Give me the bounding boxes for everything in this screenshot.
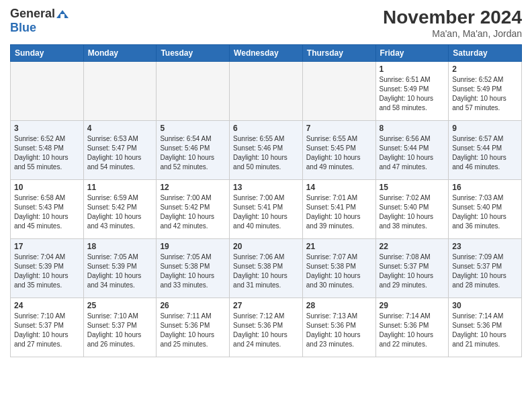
- calendar-day-cell: 4Sunrise: 6:53 AMSunset: 5:47 PMDaylight…: [83, 121, 157, 180]
- calendar-day-cell: 15Sunrise: 7:02 AMSunset: 5:40 PMDayligh…: [375, 180, 449, 239]
- svg-marker-0: [56, 10, 69, 18]
- day-info: Sunrise: 7:02 AMSunset: 5:40 PMDaylight:…: [380, 193, 445, 231]
- calendar-day-cell: 9Sunrise: 6:57 AMSunset: 5:44 PMDaylight…: [449, 121, 522, 180]
- calendar-day-cell: 5Sunrise: 6:54 AMSunset: 5:46 PMDaylight…: [157, 121, 230, 180]
- header-sunday: Sunday: [11, 45, 84, 62]
- day-number: 18: [87, 242, 153, 251]
- calendar-week-row: 17Sunrise: 7:04 AMSunset: 5:39 PMDayligh…: [11, 239, 522, 298]
- header-friday: Friday: [375, 45, 449, 62]
- calendar-day-cell: 18Sunrise: 7:05 AMSunset: 5:39 PMDayligh…: [83, 239, 157, 298]
- day-number: 14: [306, 183, 372, 192]
- calendar-day-cell: 13Sunrise: 7:00 AMSunset: 5:41 PMDayligh…: [230, 180, 303, 239]
- logo-icon: [55, 9, 70, 19]
- day-info: Sunrise: 7:06 AMSunset: 5:38 PMDaylight:…: [233, 253, 299, 290]
- day-number: 16: [452, 183, 518, 192]
- day-info: Sunrise: 6:57 AMSunset: 5:44 PMDaylight:…: [452, 134, 518, 172]
- title-area: November 2024 Ma'an, Ma'an, Jordan: [383, 7, 522, 39]
- calendar-day-cell: [157, 62, 230, 121]
- day-info: Sunrise: 6:52 AMSunset: 5:49 PMDaylight:…: [452, 75, 518, 113]
- day-number: 23: [452, 242, 518, 251]
- weekday-header-row: Sunday Monday Tuesday Wednesday Thursday…: [11, 45, 522, 62]
- day-info: Sunrise: 7:01 AMSunset: 5:41 PMDaylight:…: [306, 193, 372, 231]
- day-number: 22: [380, 242, 445, 251]
- day-number: 26: [160, 301, 226, 310]
- location: Ma'an, Ma'an, Jordan: [383, 28, 522, 39]
- calendar-day-cell: 22Sunrise: 7:08 AMSunset: 5:37 PMDayligh…: [375, 239, 449, 298]
- calendar-day-cell: 27Sunrise: 7:12 AMSunset: 5:36 PMDayligh…: [230, 298, 303, 357]
- calendar-week-row: 10Sunrise: 6:58 AMSunset: 5:43 PMDayligh…: [11, 180, 522, 239]
- day-info: Sunrise: 7:14 AMSunset: 5:36 PMDaylight:…: [452, 312, 518, 349]
- day-number: 30: [452, 301, 518, 310]
- day-info: Sunrise: 7:00 AMSunset: 5:42 PMDaylight:…: [160, 193, 226, 231]
- logo-general-text: General: [10, 7, 55, 21]
- day-number: 8: [380, 124, 445, 133]
- day-info: Sunrise: 6:52 AMSunset: 5:48 PMDaylight:…: [14, 134, 80, 172]
- calendar-week-row: 24Sunrise: 7:10 AMSunset: 5:37 PMDayligh…: [11, 298, 522, 357]
- day-info: Sunrise: 6:56 AMSunset: 5:44 PMDaylight:…: [380, 134, 445, 172]
- day-info: Sunrise: 7:04 AMSunset: 5:39 PMDaylight:…: [14, 253, 80, 290]
- day-number: 21: [306, 242, 372, 251]
- day-number: 25: [87, 301, 153, 310]
- calendar-day-cell: 3Sunrise: 6:52 AMSunset: 5:48 PMDaylight…: [11, 121, 84, 180]
- day-info: Sunrise: 7:05 AMSunset: 5:38 PMDaylight:…: [160, 253, 226, 290]
- calendar-day-cell: 17Sunrise: 7:04 AMSunset: 5:39 PMDayligh…: [11, 239, 84, 298]
- day-number: 17: [14, 242, 80, 251]
- day-info: Sunrise: 7:07 AMSunset: 5:38 PMDaylight:…: [306, 253, 372, 290]
- day-info: Sunrise: 7:13 AMSunset: 5:36 PMDaylight:…: [306, 312, 372, 349]
- day-info: Sunrise: 7:03 AMSunset: 5:40 PMDaylight:…: [452, 193, 518, 231]
- day-number: 7: [306, 124, 372, 133]
- day-info: Sunrise: 7:08 AMSunset: 5:37 PMDaylight:…: [380, 253, 445, 290]
- logo-blue-text: Blue: [10, 21, 36, 34]
- day-number: 28: [306, 301, 372, 310]
- header-tuesday: Tuesday: [157, 45, 230, 62]
- header-monday: Monday: [83, 45, 157, 62]
- calendar-day-cell: 19Sunrise: 7:05 AMSunset: 5:38 PMDayligh…: [157, 239, 230, 298]
- day-number: 13: [233, 183, 299, 192]
- calendar-day-cell: 1Sunrise: 6:51 AMSunset: 5:49 PMDaylight…: [375, 62, 449, 121]
- day-info: Sunrise: 7:09 AMSunset: 5:37 PMDaylight:…: [452, 253, 518, 290]
- calendar-day-cell: 12Sunrise: 7:00 AMSunset: 5:42 PMDayligh…: [157, 180, 230, 239]
- day-info: Sunrise: 7:05 AMSunset: 5:39 PMDaylight:…: [87, 253, 153, 290]
- calendar-week-row: 1Sunrise: 6:51 AMSunset: 5:49 PMDaylight…: [11, 62, 522, 121]
- day-number: 15: [380, 183, 445, 192]
- logo: General Blue: [10, 7, 70, 35]
- header-saturday: Saturday: [449, 45, 522, 62]
- day-number: 27: [233, 301, 299, 310]
- day-number: 5: [160, 124, 226, 133]
- calendar-day-cell: 25Sunrise: 7:10 AMSunset: 5:37 PMDayligh…: [83, 298, 157, 357]
- calendar-day-cell: 7Sunrise: 6:55 AMSunset: 5:45 PMDaylight…: [302, 121, 375, 180]
- calendar-week-row: 3Sunrise: 6:52 AMSunset: 5:48 PMDaylight…: [11, 121, 522, 180]
- day-number: 11: [87, 183, 153, 192]
- day-number: 20: [233, 242, 299, 251]
- day-info: Sunrise: 6:55 AMSunset: 5:46 PMDaylight:…: [233, 134, 299, 172]
- calendar-day-cell: 20Sunrise: 7:06 AMSunset: 5:38 PMDayligh…: [230, 239, 303, 298]
- day-info: Sunrise: 7:14 AMSunset: 5:36 PMDaylight:…: [380, 312, 445, 349]
- day-info: Sunrise: 6:58 AMSunset: 5:43 PMDaylight:…: [14, 193, 80, 231]
- header-thursday: Thursday: [302, 45, 375, 62]
- day-info: Sunrise: 6:54 AMSunset: 5:46 PMDaylight:…: [160, 134, 226, 172]
- day-number: 6: [233, 124, 299, 133]
- day-number: 12: [160, 183, 226, 192]
- day-number: 10: [14, 183, 80, 192]
- day-number: 19: [160, 242, 226, 251]
- day-info: Sunrise: 6:59 AMSunset: 5:42 PMDaylight:…: [87, 193, 153, 231]
- calendar-day-cell: 11Sunrise: 6:59 AMSunset: 5:42 PMDayligh…: [83, 180, 157, 239]
- calendar-day-cell: 14Sunrise: 7:01 AMSunset: 5:41 PMDayligh…: [302, 180, 375, 239]
- calendar-day-cell: 30Sunrise: 7:14 AMSunset: 5:36 PMDayligh…: [449, 298, 522, 357]
- calendar-day-cell: 2Sunrise: 6:52 AMSunset: 5:49 PMDaylight…: [449, 62, 522, 121]
- day-info: Sunrise: 6:51 AMSunset: 5:49 PMDaylight:…: [380, 75, 445, 113]
- header: General Blue November 2024 Ma'an, Ma'an,…: [10, 7, 522, 39]
- calendar-day-cell: [11, 62, 84, 121]
- calendar-day-cell: 16Sunrise: 7:03 AMSunset: 5:40 PMDayligh…: [449, 180, 522, 239]
- calendar-day-cell: 23Sunrise: 7:09 AMSunset: 5:37 PMDayligh…: [449, 239, 522, 298]
- calendar-day-cell: 10Sunrise: 6:58 AMSunset: 5:43 PMDayligh…: [11, 180, 84, 239]
- day-info: Sunrise: 7:11 AMSunset: 5:36 PMDaylight:…: [160, 312, 226, 349]
- calendar-day-cell: 24Sunrise: 7:10 AMSunset: 5:37 PMDayligh…: [11, 298, 84, 357]
- month-title: November 2024: [383, 7, 522, 28]
- calendar-day-cell: 21Sunrise: 7:07 AMSunset: 5:38 PMDayligh…: [302, 239, 375, 298]
- day-info: Sunrise: 7:12 AMSunset: 5:36 PMDaylight:…: [233, 312, 299, 349]
- calendar-day-cell: 8Sunrise: 6:56 AMSunset: 5:44 PMDaylight…: [375, 121, 449, 180]
- calendar-day-cell: [230, 62, 303, 121]
- day-number: 9: [452, 124, 518, 133]
- day-number: 4: [87, 124, 153, 133]
